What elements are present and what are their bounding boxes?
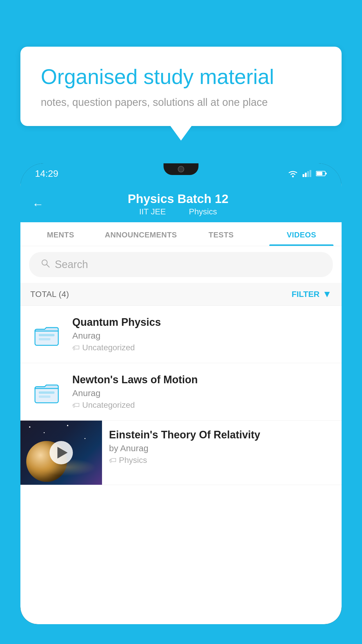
- star-1: [29, 426, 30, 428]
- svg-rect-2: [305, 173, 307, 177]
- svg-rect-6: [317, 172, 322, 175]
- speech-bubble: Organised study material notes, question…: [20, 47, 342, 126]
- video-thumb-quantum: [29, 317, 64, 352]
- video-thumbnail-einstein: [20, 421, 102, 485]
- star-4: [85, 438, 85, 439]
- video-title-newtons: Newton's Laws of Motion: [72, 374, 333, 386]
- folder-icon-2: [34, 379, 60, 405]
- svg-point-0: [292, 176, 294, 177]
- svg-rect-4: [310, 170, 311, 177]
- header-subtitle-iit: IIT JEE: [139, 207, 166, 216]
- svg-rect-1: [303, 174, 304, 177]
- video-author-quantum: Anurag: [72, 331, 333, 341]
- status-icons: [288, 170, 327, 177]
- header-subtitle-separator: [175, 207, 180, 216]
- video-tag-newtons: 🏷 Uncategorized: [72, 400, 333, 410]
- phone-inner: ← Physics Batch 12 IIT JEE Physics MENTS: [20, 184, 342, 624]
- play-button[interactable]: [50, 441, 73, 464]
- star-2: [44, 432, 45, 433]
- tab-videos[interactable]: VIDEOS: [261, 222, 342, 246]
- video-title-einstein: Einstein's Theory Of Relativity: [109, 429, 336, 441]
- video-info-quantum: Quantum Physics Anurag 🏷 Uncategorized: [72, 316, 333, 352]
- battery-icon: [316, 171, 327, 176]
- svg-rect-10: [35, 329, 58, 345]
- video-tag-einstein: 🏷 Physics: [109, 456, 336, 465]
- tab-announcements[interactable]: ANNOUNCEMENTS: [101, 222, 181, 246]
- header-title-group: Physics Batch 12 IIT JEE Physics: [50, 192, 307, 216]
- back-button[interactable]: ←: [32, 198, 44, 211]
- search-placeholder: Search: [55, 258, 88, 271]
- video-item-quantum-physics[interactable]: Quantum Physics Anurag 🏷 Uncategorized: [20, 306, 342, 363]
- phone-frame: 14:29: [20, 163, 342, 624]
- wifi-icon: [288, 170, 298, 177]
- signal-icon: [303, 170, 311, 177]
- phone-container: 14:29: [20, 163, 342, 644]
- total-count: TOTAL (4): [30, 290, 69, 299]
- video-item-einstein[interactable]: Einstein's Theory Of Relativity by Anura…: [20, 421, 342, 485]
- header-main-title: Physics Batch 12: [50, 192, 307, 206]
- video-tag-quantum: 🏷 Uncategorized: [72, 343, 333, 352]
- video-item-newtons-laws[interactable]: Newton's Laws of Motion Anurag 🏷 Uncateg…: [20, 363, 342, 421]
- tag-icon-2: 🏷: [72, 401, 80, 410]
- svg-rect-15: [39, 396, 50, 398]
- app-header: ← Physics Batch 12 IIT JEE Physics: [20, 184, 342, 222]
- header-subtitle-physics: Physics: [189, 207, 217, 216]
- tab-tests[interactable]: TESTS: [181, 222, 261, 246]
- svg-rect-7: [326, 173, 327, 174]
- video-title-quantum: Quantum Physics: [72, 316, 333, 328]
- svg-rect-14: [39, 391, 55, 394]
- video-info-newtons: Newton's Laws of Motion Anurag 🏷 Uncateg…: [72, 374, 333, 410]
- phone-notch: [164, 163, 198, 175]
- search-bar[interactable]: Search: [29, 252, 333, 277]
- status-time: 14:29: [35, 168, 58, 179]
- folder-icon: [34, 321, 60, 347]
- video-info-einstein: Einstein's Theory Of Relativity by Anura…: [102, 421, 342, 473]
- tag-icon: 🏷: [72, 343, 80, 352]
- tab-ments[interactable]: MENTS: [20, 222, 101, 246]
- svg-rect-12: [39, 338, 50, 340]
- bubble-title: Organised study material: [41, 64, 321, 89]
- speech-bubble-container: Organised study material notes, question…: [20, 47, 342, 126]
- camera: [178, 166, 184, 172]
- video-author-einstein: by Anurag: [109, 443, 336, 453]
- svg-rect-13: [35, 387, 58, 403]
- tabs-bar: MENTS ANNOUNCEMENTS TESTS VIDEOS: [20, 222, 342, 246]
- star-3: [67, 425, 68, 426]
- tag-icon-3: 🏷: [109, 456, 117, 465]
- filter-icon: ▼: [322, 289, 332, 300]
- header-subtitle: IIT JEE Physics: [50, 207, 307, 216]
- video-list: Quantum Physics Anurag 🏷 Uncategorized: [20, 306, 342, 485]
- svg-line-9: [47, 265, 49, 267]
- filter-row: TOTAL (4) FILTER ▼: [20, 283, 342, 306]
- video-author-newtons: Anurag: [72, 388, 333, 398]
- filter-button[interactable]: FILTER ▼: [291, 289, 332, 300]
- play-triangle: [57, 447, 68, 459]
- search-icon: [41, 258, 50, 271]
- svg-rect-3: [307, 171, 309, 177]
- search-container: Search: [20, 246, 342, 283]
- video-thumb-newtons: [29, 374, 64, 409]
- svg-rect-11: [39, 334, 55, 336]
- bubble-subtitle: notes, question papers, solutions all at…: [41, 96, 321, 108]
